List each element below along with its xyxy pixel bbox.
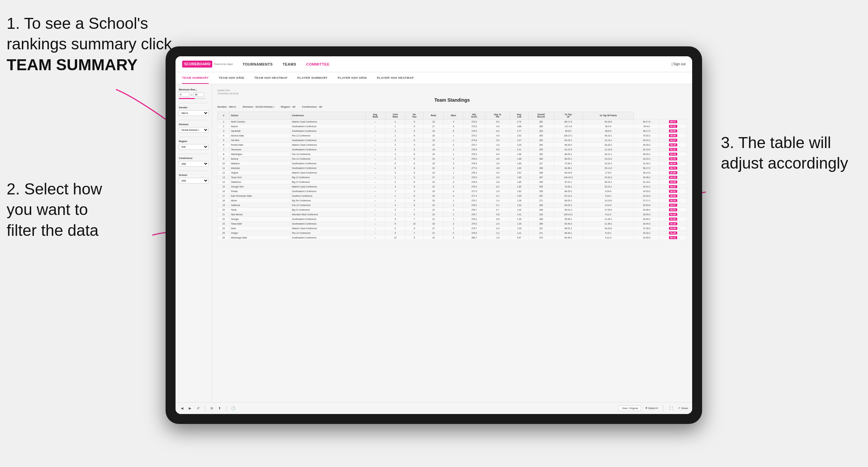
table-cell: Big Ten Conference (291, 198, 365, 203)
table-cell: 8 (405, 165, 424, 170)
table-cell: 2 (444, 147, 463, 152)
filter-display-gender: Gender: Men's (217, 105, 236, 108)
table-cell: Southeastern Conference (291, 189, 365, 193)
table-cell: 1.30 (510, 221, 528, 226)
table-cell: Big 12 Conference (291, 180, 365, 184)
tab-team-summary[interactable]: TEAM SUMMARY (182, 72, 209, 84)
table-cell: 59-39-1 (554, 217, 583, 221)
table-cell: 90-51-2 (554, 226, 583, 230)
nav-committee[interactable]: COMMITTEE (306, 61, 330, 68)
tab-team-h2h-heatmap[interactable]: TEAM H2H HEATMAP (254, 72, 287, 84)
table-cell: 24 (424, 180, 444, 184)
sign-out[interactable]: | Sign out (672, 62, 685, 66)
back-icon[interactable]: ◀ (180, 406, 185, 411)
table-cell: 24 (424, 203, 444, 207)
table-cell: – (365, 128, 385, 133)
table-cell: 51-18-1 (634, 180, 659, 184)
table-cell: 18 (424, 138, 444, 143)
table-cell: 2.52 (510, 133, 528, 138)
table-cell: Oklahoma (230, 180, 291, 184)
table-row: 8WashingtonPac-12 Conference–28231276.3-… (218, 152, 687, 156)
table-cell: 92-40-3 (554, 221, 583, 226)
filter-conference-select[interactable]: (All) (179, 161, 209, 166)
instruction-1: 1. To see a School's rankings summary cl… (7, 13, 172, 75)
table-cell: -3.5 (485, 175, 510, 180)
table-cell: 97-21-1 (554, 180, 583, 184)
table-cell: 203 (528, 128, 554, 133)
score-badge: 80.73 (669, 166, 677, 169)
filter-min-input[interactable] (179, 92, 189, 97)
tab-player-h2h-heatmap[interactable]: PLAYER H2H HEATMAP (377, 72, 414, 84)
filter-region-select[interactable]: N/A All (179, 144, 209, 150)
table-cell: 8 (405, 180, 424, 184)
slider-track[interactable] (179, 98, 205, 99)
table-cell: -5.8 (485, 217, 510, 221)
table-row: 15Georgia TechAtlantic Coast Conference–… (218, 184, 687, 189)
score-badge: 81.84 (669, 213, 677, 216)
table-cell: – (365, 133, 385, 138)
table-cell: 4 (444, 193, 463, 198)
share-button[interactable]: ↗ Share (678, 407, 688, 410)
table-row: 22GeorgiaSoutheastern Conference–8721127… (218, 217, 687, 221)
filter-gender-select[interactable]: Men's Women's (179, 110, 209, 116)
table-cell: Georgia Tech (230, 184, 291, 189)
filter-school-label: School (179, 174, 208, 177)
table-cell: 1.28 (510, 198, 528, 203)
table-cell: 209 (528, 180, 554, 184)
fullscreen-icon[interactable]: ⛶ (669, 406, 674, 411)
filter-school-select[interactable]: (All) (179, 178, 209, 184)
table-cell: 23 (218, 221, 230, 226)
table-cell: -1.8 (485, 235, 510, 240)
reload-icon[interactable]: ↺ (195, 406, 201, 411)
table-cell: 10 (385, 235, 405, 240)
table-cell: 60-39-2 (554, 235, 583, 240)
filter-max-input[interactable] (193, 92, 204, 97)
filter-division-select[interactable]: NCAA Division I NCAA Division II NCAA Di… (179, 127, 209, 133)
table-cell: – (365, 198, 385, 203)
table-cell: 260 (528, 124, 554, 128)
table-cell: 24-25-2 (634, 189, 659, 193)
tab-player-h2h-grid[interactable]: PLAYER H2H GRID (338, 72, 367, 84)
table-cell: 3 (218, 128, 230, 133)
table-cell: 9 (385, 221, 405, 226)
table-cell: – (365, 184, 385, 189)
table-row: 16FloridaSoutheastern Conference–7924427… (218, 189, 687, 193)
tab-team-h2h-grid[interactable]: TEAM H2H GRID (219, 72, 244, 84)
watch-button[interactable]: 👁 Watch ▾ (645, 407, 658, 410)
table-cell: – (365, 203, 385, 207)
table-cell: 32-19-0 (634, 147, 659, 152)
table-cell: 23 (424, 128, 444, 133)
table-row: 1North CarolinaAtlantic Coast Conference… (218, 119, 687, 124)
score-badge: 81.42 (669, 222, 677, 225)
table-cell: 265 (528, 184, 554, 189)
table-cell: Southeastern Conference (291, 217, 365, 221)
table-cell: 2 (385, 128, 405, 133)
score-badge: 80.13 (669, 236, 677, 239)
table-cell: 271 (528, 230, 554, 235)
table-cell: 23 (424, 119, 444, 124)
tab-player-summary[interactable]: PLAYER SUMMARY (298, 72, 328, 84)
forward-icon[interactable]: ▶ (187, 406, 193, 411)
table-cell: – (365, 170, 385, 175)
view-original-button[interactable]: View: Original (619, 405, 641, 411)
table-cell: 11-38-2 (583, 221, 634, 226)
clock-icon[interactable]: 🕐 (230, 406, 236, 411)
table-cell: 269 (528, 221, 554, 226)
table-cell: 27 (424, 175, 444, 180)
table-cell: 8 (218, 152, 230, 156)
table-cell: Atlantic Coast Conference (291, 119, 365, 124)
nav-teams[interactable]: TEAMS (283, 61, 297, 68)
sidebar-filters: Minimum Rou... – Gender Men's Wom (176, 84, 212, 402)
table-cell: 277.4 (463, 193, 485, 198)
nav-tournaments[interactable]: TOURNAMENTS (243, 61, 273, 68)
table-cell: 23 (424, 198, 444, 203)
score-badge: 82.33 (669, 157, 677, 160)
table-cell: 29-15-1 (634, 138, 659, 143)
table-cell: Southeastern Conference (291, 165, 365, 170)
table-cell: 278.7 (463, 212, 485, 217)
table-cell: 3 (385, 170, 405, 175)
share2-icon[interactable]: ⬆ (217, 406, 222, 411)
instruction-3: 3. The table will adjust accordingly (721, 132, 848, 174)
filter-gender: Gender Men's Women's (179, 106, 208, 116)
copy-icon[interactable]: ⧉ (209, 406, 214, 411)
